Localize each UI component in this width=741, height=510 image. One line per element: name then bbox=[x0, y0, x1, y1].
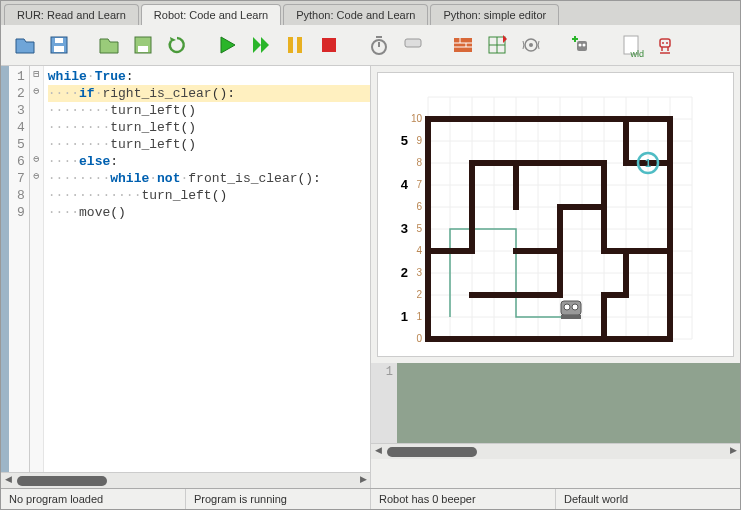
svg-text:1: 1 bbox=[401, 309, 408, 324]
svg-rect-6 bbox=[297, 37, 302, 53]
svg-text:7: 7 bbox=[579, 342, 585, 343]
tab-label: Python: Code and Learn bbox=[296, 9, 415, 21]
tab-python-learn[interactable]: Python: Code and Learn bbox=[283, 4, 428, 25]
wld-label: wld bbox=[630, 49, 644, 59]
svg-text:7: 7 bbox=[416, 179, 422, 190]
svg-text:1: 1 bbox=[416, 311, 422, 322]
svg-rect-22 bbox=[660, 39, 670, 47]
fold-gutter: ⊟⊖⊖⊖ bbox=[30, 66, 44, 472]
svg-rect-4 bbox=[138, 46, 148, 52]
svg-text:5: 5 bbox=[416, 223, 422, 234]
code-editor[interactable]: 123456789 ⊟⊖⊖⊖ while·True:····if·right_i… bbox=[1, 66, 370, 472]
svg-text:8: 8 bbox=[416, 157, 422, 168]
code-body[interactable]: while·True:····if·right_is_clear():·····… bbox=[44, 66, 370, 472]
svg-rect-69 bbox=[568, 204, 574, 210]
scroll-right-icon[interactable]: ▶ bbox=[726, 445, 740, 459]
robot-icon-button[interactable] bbox=[649, 29, 681, 61]
svg-text:10: 10 bbox=[411, 113, 423, 124]
step-button[interactable] bbox=[245, 29, 277, 61]
svg-text:6: 6 bbox=[416, 201, 422, 212]
toolbar: wld bbox=[1, 25, 740, 66]
tab-label: RUR: Read and Learn bbox=[17, 9, 126, 21]
svg-rect-109 bbox=[561, 315, 581, 319]
output-area: 1 bbox=[371, 363, 740, 443]
tab-label: Python: simple editor bbox=[443, 9, 546, 21]
scroll-left-icon[interactable]: ◀ bbox=[1, 474, 15, 488]
toggle-button[interactable] bbox=[397, 29, 429, 61]
svg-text:9: 9 bbox=[416, 135, 422, 146]
output-line-number: 1 bbox=[371, 365, 393, 379]
tabs: RUR: Read and Learn Robot: Code and Lear… bbox=[1, 1, 740, 25]
open-folder-button[interactable] bbox=[93, 29, 125, 61]
world-file-button[interactable]: wld bbox=[615, 29, 647, 61]
svg-point-19 bbox=[579, 44, 582, 47]
tab-robot[interactable]: Robot: Code and Learn bbox=[141, 4, 281, 25]
resize-world-button[interactable] bbox=[481, 29, 513, 61]
scroll-thumb[interactable] bbox=[387, 447, 477, 457]
svg-rect-9 bbox=[405, 39, 421, 47]
svg-text:3: 3 bbox=[416, 267, 422, 278]
save-green-button[interactable] bbox=[127, 29, 159, 61]
svg-point-108 bbox=[572, 304, 578, 310]
line-numbers: 123456789 bbox=[9, 66, 30, 472]
save-file-button[interactable] bbox=[43, 29, 75, 61]
svg-text:0: 0 bbox=[425, 342, 431, 343]
status-world: Default world bbox=[556, 489, 740, 509]
svg-text:1: 1 bbox=[645, 157, 651, 169]
svg-point-17 bbox=[529, 43, 533, 47]
scroll-thumb[interactable] bbox=[17, 476, 107, 486]
svg-point-23 bbox=[662, 42, 664, 44]
output-gutter: 1 bbox=[371, 363, 397, 443]
svg-text:1: 1 bbox=[447, 342, 453, 343]
scroll-right-icon[interactable]: ▶ bbox=[356, 474, 370, 488]
world-canvas[interactable]: 01234567891011012345678910123456123451 bbox=[388, 83, 708, 343]
svg-text:9: 9 bbox=[623, 342, 629, 343]
world-view: 01234567891011012345678910123456123451 bbox=[377, 72, 734, 357]
refresh-button[interactable] bbox=[161, 29, 193, 61]
wall-button[interactable] bbox=[447, 29, 479, 61]
svg-text:4: 4 bbox=[416, 245, 422, 256]
svg-text:5: 5 bbox=[401, 133, 408, 148]
svg-text:11: 11 bbox=[664, 342, 676, 343]
svg-rect-2 bbox=[55, 38, 63, 43]
svg-text:8: 8 bbox=[601, 342, 607, 343]
status-beepers: Robot has 0 beeper bbox=[371, 489, 556, 509]
svg-text:2: 2 bbox=[416, 289, 422, 300]
tab-label: Robot: Code and Learn bbox=[154, 9, 268, 21]
timer-button[interactable] bbox=[363, 29, 395, 61]
svg-text:5: 5 bbox=[535, 342, 541, 343]
output-body[interactable] bbox=[397, 363, 740, 443]
svg-text:10: 10 bbox=[642, 342, 654, 343]
svg-text:3: 3 bbox=[401, 221, 408, 236]
svg-rect-7 bbox=[322, 38, 336, 52]
svg-text:4: 4 bbox=[401, 177, 409, 192]
svg-text:6: 6 bbox=[557, 342, 563, 343]
svg-text:3: 3 bbox=[491, 342, 497, 343]
svg-text:0: 0 bbox=[416, 333, 422, 343]
pause-button[interactable] bbox=[279, 29, 311, 61]
run-button[interactable] bbox=[211, 29, 243, 61]
tab-rur[interactable]: RUR: Read and Learn bbox=[4, 4, 139, 25]
stop-button[interactable] bbox=[313, 29, 345, 61]
scroll-left-icon[interactable]: ◀ bbox=[371, 445, 385, 459]
svg-text:2: 2 bbox=[469, 342, 475, 343]
status-running: Program is running bbox=[186, 489, 371, 509]
svg-text:2: 2 bbox=[401, 265, 408, 280]
svg-point-24 bbox=[666, 42, 668, 44]
tab-python-editor[interactable]: Python: simple editor bbox=[430, 4, 559, 25]
add-robot-button[interactable] bbox=[565, 29, 597, 61]
open-file-button[interactable] bbox=[9, 29, 41, 61]
svg-rect-18 bbox=[577, 41, 587, 51]
status-program: No program loaded bbox=[1, 489, 186, 509]
world-scrollbar[interactable]: ◀ ▶ bbox=[371, 443, 740, 459]
editor-margin bbox=[1, 66, 9, 472]
statusbar: No program loaded Program is running Rob… bbox=[1, 488, 740, 509]
svg-text:4: 4 bbox=[513, 342, 519, 343]
svg-rect-1 bbox=[54, 46, 64, 52]
svg-rect-5 bbox=[288, 37, 293, 53]
svg-point-107 bbox=[564, 304, 570, 310]
svg-rect-10 bbox=[454, 38, 472, 52]
svg-point-20 bbox=[583, 44, 586, 47]
beeper-button[interactable] bbox=[515, 29, 547, 61]
editor-scrollbar[interactable]: ◀ ▶ bbox=[1, 472, 370, 488]
